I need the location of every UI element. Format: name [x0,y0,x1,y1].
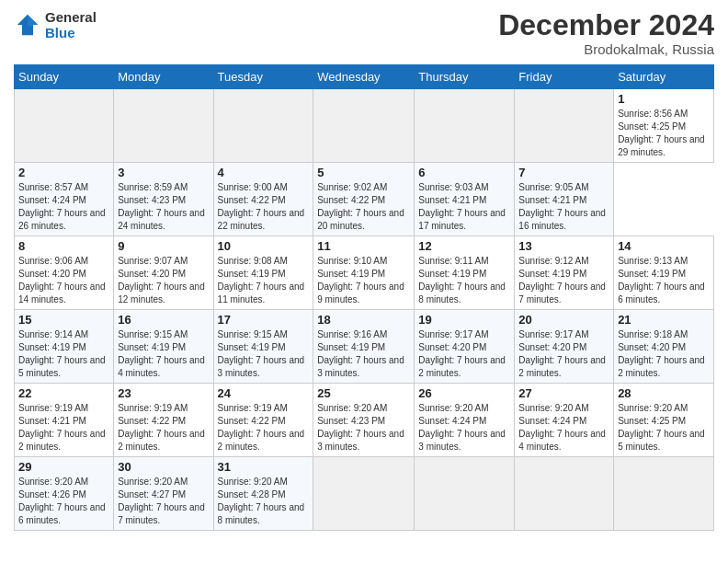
table-row: 5Sunrise: 9:02 AMSunset: 4:22 PMDaylight… [313,163,415,236]
day-info: Sunrise: 9:10 AMSunset: 4:19 PMDaylight:… [317,255,410,306]
calendar-week-3: 15Sunrise: 9:14 AMSunset: 4:19 PMDayligh… [15,310,714,384]
day-number: 31 [218,460,310,474]
table-row: 18Sunrise: 9:16 AMSunset: 4:19 PMDayligh… [313,310,415,384]
table-row [313,457,415,531]
day-number: 24 [218,386,310,400]
col-thursday: Thursday [415,65,515,89]
day-number: 9 [118,239,209,253]
day-info: Sunrise: 9:19 AMSunset: 4:22 PMDaylight:… [218,402,310,454]
table-row: 23Sunrise: 9:19 AMSunset: 4:22 PMDayligh… [114,384,213,457]
table-row: 12Sunrise: 9:11 AMSunset: 4:19 PMDayligh… [415,236,515,310]
calendar-week-4: 22Sunrise: 9:19 AMSunset: 4:21 PMDayligh… [15,384,714,457]
table-row: 4Sunrise: 9:00 AMSunset: 4:22 PMDaylight… [213,163,313,236]
day-number: 22 [18,386,109,400]
day-number: 10 [218,239,310,253]
table-row: 27Sunrise: 9:20 AMSunset: 4:24 PMDayligh… [515,384,614,457]
day-info: Sunrise: 9:20 AMSunset: 4:23 PMDaylight:… [317,402,410,454]
table-row: 24Sunrise: 9:19 AMSunset: 4:22 PMDayligh… [213,384,313,457]
table-row [515,89,614,163]
table-row: 3Sunrise: 8:59 AMSunset: 4:23 PMDaylight… [114,163,213,236]
day-info: Sunrise: 9:02 AMSunset: 4:22 PMDaylight:… [317,181,410,233]
logo-general: General [45,9,97,25]
weekday-header-row: Sunday Monday Tuesday Wednesday Thursday… [15,65,714,89]
table-row [415,89,515,163]
day-number: 18 [317,313,410,327]
month-title: December 2024 [498,9,714,41]
table-row [114,89,213,163]
table-row: 15Sunrise: 9:14 AMSunset: 4:19 PMDayligh… [15,310,114,384]
table-row: 28Sunrise: 9:20 AMSunset: 4:25 PMDayligh… [614,384,714,457]
day-number: 26 [418,386,510,400]
table-row: 10Sunrise: 9:08 AMSunset: 4:19 PMDayligh… [213,236,313,310]
table-row: 6Sunrise: 9:03 AMSunset: 4:21 PMDaylight… [415,163,515,236]
table-row [213,89,313,163]
table-row: 22Sunrise: 9:19 AMSunset: 4:21 PMDayligh… [15,384,114,457]
table-row [313,89,415,163]
day-number: 14 [618,239,710,253]
calendar-week-0: 1Sunrise: 8:56 AMSunset: 4:25 PMDaylight… [15,89,714,163]
table-row [614,457,714,531]
day-info: Sunrise: 8:57 AMSunset: 4:24 PMDaylight:… [18,181,109,233]
day-info: Sunrise: 9:20 AMSunset: 4:24 PMDaylight:… [518,402,609,454]
col-tuesday: Tuesday [213,65,313,89]
day-info: Sunrise: 9:14 AMSunset: 4:19 PMDaylight:… [18,328,109,380]
day-info: Sunrise: 9:00 AMSunset: 4:22 PMDaylight:… [218,181,310,233]
day-number: 29 [18,460,109,474]
table-row: 7Sunrise: 9:05 AMSunset: 4:21 PMDaylight… [515,163,614,236]
day-info: Sunrise: 9:19 AMSunset: 4:21 PMDaylight:… [18,402,109,454]
day-number: 27 [518,386,609,400]
table-row: 17Sunrise: 9:15 AMSunset: 4:19 PMDayligh… [213,310,313,384]
day-number: 16 [118,313,209,327]
day-info: Sunrise: 9:13 AMSunset: 4:19 PMDaylight:… [618,255,710,306]
calendar-container: General Blue December 2024 Brodokalmak, … [0,0,728,540]
day-info: Sunrise: 9:08 AMSunset: 4:19 PMDaylight:… [218,255,310,306]
day-number: 3 [118,166,209,179]
day-number: 25 [317,386,410,400]
day-info: Sunrise: 9:15 AMSunset: 4:19 PMDaylight:… [118,328,209,380]
day-info: Sunrise: 9:20 AMSunset: 4:24 PMDaylight:… [418,402,510,454]
col-friday: Friday [515,65,614,89]
calendar-week-5: 29Sunrise: 9:20 AMSunset: 4:26 PMDayligh… [15,457,714,531]
col-saturday: Saturday [614,65,714,89]
day-number: 28 [618,386,710,400]
day-number: 6 [418,166,510,179]
day-number: 20 [518,313,609,327]
table-row: 30Sunrise: 9:20 AMSunset: 4:27 PMDayligh… [114,457,213,531]
day-number: 13 [518,239,609,253]
day-info: Sunrise: 9:20 AMSunset: 4:25 PMDaylight:… [618,402,710,454]
table-row [15,89,114,163]
day-info: Sunrise: 8:56 AMSunset: 4:25 PMDaylight:… [618,108,710,159]
day-info: Sunrise: 9:07 AMSunset: 4:20 PMDaylight:… [118,255,209,306]
logo-icon [14,11,41,39]
col-monday: Monday [114,65,213,89]
table-row: 11Sunrise: 9:10 AMSunset: 4:19 PMDayligh… [313,236,415,310]
table-row: 31Sunrise: 9:20 AMSunset: 4:28 PMDayligh… [213,457,313,531]
day-info: Sunrise: 9:20 AMSunset: 4:26 PMDaylight:… [18,476,109,527]
calendar-body: 1Sunrise: 8:56 AMSunset: 4:25 PMDaylight… [15,89,714,531]
day-number: 4 [218,166,310,179]
table-row: 16Sunrise: 9:15 AMSunset: 4:19 PMDayligh… [114,310,213,384]
day-info: Sunrise: 9:06 AMSunset: 4:20 PMDaylight:… [18,255,109,306]
table-row: 9Sunrise: 9:07 AMSunset: 4:20 PMDaylight… [114,236,213,310]
day-info: Sunrise: 9:16 AMSunset: 4:19 PMDaylight:… [317,328,410,380]
table-row: 29Sunrise: 9:20 AMSunset: 4:26 PMDayligh… [15,457,114,531]
logo-text: General Blue [45,9,97,40]
calendar-week-2: 8Sunrise: 9:06 AMSunset: 4:20 PMDaylight… [15,236,714,310]
header: General Blue December 2024 Brodokalmak, … [14,9,714,57]
table-row: 14Sunrise: 9:13 AMSunset: 4:19 PMDayligh… [614,236,714,310]
calendar-week-1: 2Sunrise: 8:57 AMSunset: 4:24 PMDaylight… [15,163,714,236]
day-info: Sunrise: 9:03 AMSunset: 4:21 PMDaylight:… [418,181,510,233]
day-number: 30 [118,460,209,474]
day-number: 5 [317,166,410,179]
day-number: 23 [118,386,209,400]
day-info: Sunrise: 8:59 AMSunset: 4:23 PMDaylight:… [118,181,209,233]
day-info: Sunrise: 9:17 AMSunset: 4:20 PMDaylight:… [418,328,510,380]
table-row [515,457,614,531]
table-row: 8Sunrise: 9:06 AMSunset: 4:20 PMDaylight… [15,236,114,310]
calendar-header: Sunday Monday Tuesday Wednesday Thursday… [15,65,714,89]
day-info: Sunrise: 9:12 AMSunset: 4:19 PMDaylight:… [518,255,609,306]
day-number: 21 [618,313,710,327]
day-info: Sunrise: 9:20 AMSunset: 4:27 PMDaylight:… [118,476,209,527]
day-number: 17 [218,313,310,327]
table-row: 26Sunrise: 9:20 AMSunset: 4:24 PMDayligh… [415,384,515,457]
